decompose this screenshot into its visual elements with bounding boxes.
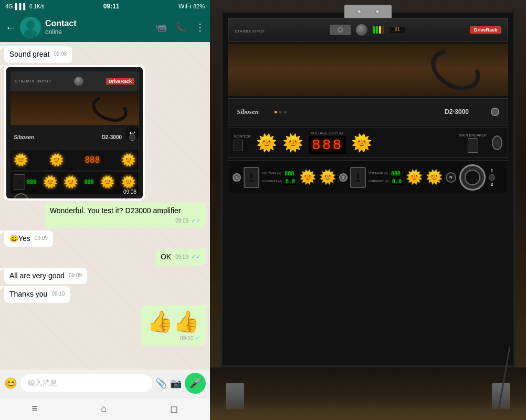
status-bar-center: 09:11 bbox=[103, 3, 120, 10]
handle-bolt-right bbox=[375, 9, 380, 14]
message-7: Thanks you 09:10 bbox=[4, 286, 70, 303]
dist-unit-img: 888 🌞 🌞 888 🌞 🌞 bbox=[10, 172, 139, 194]
contact-avatar[interactable] bbox=[20, 17, 41, 38]
floor-area bbox=[210, 368, 526, 420]
main-breaker-switch bbox=[468, 138, 478, 153]
contact-name: Contact bbox=[45, 19, 151, 28]
message-time: 09:10 bbox=[51, 290, 65, 298]
contact-status: online bbox=[45, 28, 151, 36]
sun-sticker-dist-3: 🌞 bbox=[406, 169, 423, 185]
voice-call-icon[interactable]: 📞 bbox=[175, 22, 187, 33]
dist2-unit: 1 VOLTAGE (V) 888 CURRENT (A) 8.8 bbox=[228, 160, 508, 194]
message-3: Wonderful. You test it? D23000 amplifier… bbox=[45, 203, 206, 228]
sun-sticker-rack-1: 🌞 bbox=[256, 133, 277, 153]
chat-messages[interactable]: Sound great 09:08 STA/MIX INPUT DriveRac… bbox=[0, 42, 210, 370]
d2-model-label: D2-3000 bbox=[445, 108, 469, 116]
main-breaker: MAIN BREAKER bbox=[459, 133, 487, 153]
sun-sticker-4: 🌞 bbox=[43, 175, 57, 189]
sibosen-logo: Sibosen bbox=[237, 108, 259, 116]
preset-display: 01 bbox=[390, 27, 405, 33]
sibosen-unit-img: Sibosen D2-3000 bbox=[10, 127, 139, 148]
sun-sticker-3: 🌞 bbox=[121, 153, 135, 167]
sun-sticker-2: 🌞 bbox=[49, 153, 64, 167]
chat-header[interactable]: ← Contact online 📹 📞 ⋮ bbox=[0, 13, 210, 42]
neutral-indicator: N bbox=[446, 172, 456, 183]
video-call-icon[interactable]: 📹 bbox=[155, 22, 167, 33]
outlet-1 bbox=[244, 167, 259, 188]
wood-shelf bbox=[228, 44, 508, 96]
socket-inner bbox=[465, 170, 480, 185]
circuit-breaker bbox=[234, 140, 243, 151]
svg-point-2 bbox=[24, 29, 37, 38]
avatar-image bbox=[20, 17, 41, 38]
sun-sticker-dist-1: 🌞 bbox=[299, 169, 316, 185]
image-time: 09:08 bbox=[121, 188, 139, 195]
message-2-image[interactable]: STA/MIX INPUT DriveRack Sibosen D bbox=[4, 65, 145, 201]
message-time: 09:09 bbox=[35, 235, 48, 242]
message-time: 09:08 bbox=[54, 50, 67, 58]
status-bar-right: WiFi 82% bbox=[178, 3, 205, 10]
wifi-icon: WiFi bbox=[178, 3, 191, 10]
power-on-indicator bbox=[492, 135, 502, 150]
sibosen-rack-unit: Sibosen D2-3000 bbox=[228, 98, 508, 125]
driverack-unit: STA/MIX INPUT DriveRack bbox=[10, 71, 139, 91]
power-knob bbox=[491, 108, 499, 116]
message-input[interactable]: 輸入消息 bbox=[20, 374, 152, 392]
monitor-section: MONITOR bbox=[234, 134, 251, 151]
equipment-photo-panel: STA/MIX INPUT 01 DriveRack bbox=[210, 0, 526, 420]
sun-sticker-6: 🌞 bbox=[100, 175, 114, 189]
image-container[interactable]: STA/MIX INPUT DriveRack Sibosen D bbox=[6, 67, 143, 198]
dot-2 bbox=[279, 111, 282, 113]
voltage-display-section: VOLTAGE DISPLAY 888 bbox=[309, 131, 346, 154]
message-time: 09:09 ✓✓ bbox=[175, 217, 201, 225]
signal-bars: ▌▌▌ bbox=[15, 3, 27, 9]
nav-recents-button[interactable]: ◻ bbox=[170, 403, 178, 415]
thumbs-sticker: 👍👍 bbox=[147, 309, 199, 334]
android-nav-bar: ≡ ⌂ ◻ bbox=[0, 397, 210, 420]
sun-sticker-dist-2: 🌞 bbox=[319, 169, 336, 185]
sun-sticker-7: 🌞 bbox=[121, 175, 135, 189]
led-meter bbox=[373, 26, 384, 34]
mic-button[interactable]: 🎤 bbox=[185, 373, 206, 394]
driverack-rack-unit: STA/MIX INPUT 01 DriveRack bbox=[228, 18, 508, 41]
power-dist-unit: MONITOR 🌞 🌞 VOLTAGE DISPLAY 888 🌞 MAIN B… bbox=[228, 128, 508, 158]
sun-sticker-rack-2: 🌞 bbox=[282, 133, 303, 153]
sun-sticker-1: 🌞 bbox=[14, 153, 28, 167]
nav-home-button[interactable]: ⌂ bbox=[101, 403, 107, 414]
attach-button[interactable]: 📎 bbox=[155, 377, 167, 389]
driverack-input-label: STA/MIX INPUT bbox=[235, 25, 265, 35]
floor-gradient bbox=[210, 399, 526, 420]
rack-equipment: STA/MIX INPUT 01 DriveRack bbox=[220, 10, 516, 368]
back-arrow-icon[interactable]: ← bbox=[5, 22, 16, 34]
contact-info[interactable]: Contact online bbox=[45, 19, 151, 36]
chat-header-icons: 📹 📞 ⋮ bbox=[155, 22, 205, 33]
channel-2-section: 2 VOLTAGE (V) 888 CURRENT (A) 8.8 bbox=[339, 167, 403, 188]
camera-button[interactable]: 📷 bbox=[170, 377, 182, 389]
message-4: 😄Yes 09:09 bbox=[4, 230, 53, 247]
clock: 09:11 bbox=[103, 3, 120, 10]
menu-icon[interactable]: ⋮ bbox=[195, 22, 205, 33]
message-time: 09:09 ✓✓ bbox=[175, 253, 201, 261]
sun-sticker-rack-3: 🌞 bbox=[351, 133, 372, 153]
message-text: Wonderful. You test it? D23000 amplifier bbox=[50, 206, 181, 215]
driverack-logo: DriveRack bbox=[470, 26, 501, 34]
forward-button[interactable]: ↩ bbox=[125, 125, 140, 140]
ticks: ✓✓ bbox=[191, 217, 201, 224]
mic-icon: 🎤 bbox=[190, 377, 201, 389]
message-8-sticker: 👍👍 09:10 ✓ bbox=[141, 305, 206, 346]
ch1-readings: VOLTAGE (V) 888 CURRENT (A) 8.8 bbox=[262, 170, 296, 185]
emoji-button[interactable]: 😊 bbox=[4, 377, 17, 390]
input-placeholder: 輸入消息 bbox=[28, 379, 57, 388]
status-bar-left: 4G ▌▌▌ 0.1K/s bbox=[5, 3, 44, 9]
voltage-digits: 888 bbox=[309, 136, 346, 154]
chat-input-bar[interactable]: 😊 輸入消息 📎 📷 🎤 bbox=[0, 370, 210, 397]
message-time: 09:09 bbox=[69, 272, 82, 279]
message-text: Thanks you bbox=[9, 290, 47, 298]
amp-image: STA/MIX INPUT DriveRack Sibosen D bbox=[6, 67, 143, 198]
handle-bolt-left bbox=[356, 9, 362, 14]
indicator-dots bbox=[275, 111, 287, 113]
round-power-socket bbox=[459, 164, 486, 191]
message-5: OK 09:09 ✓✓ bbox=[155, 249, 206, 266]
socket-label: 1 2 bbox=[489, 168, 495, 187]
nav-menu-button[interactable]: ≡ bbox=[32, 403, 38, 414]
